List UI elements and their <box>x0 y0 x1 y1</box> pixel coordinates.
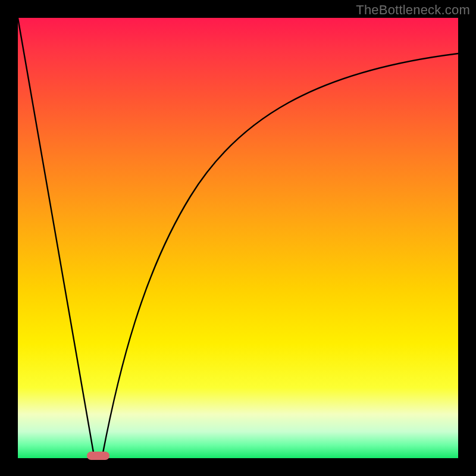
bottleneck-curve <box>18 18 458 458</box>
optimal-marker <box>87 452 109 460</box>
curve-left-branch <box>18 18 94 456</box>
curve-right-branch <box>102 54 458 456</box>
chart-frame: TheBottleneck.com <box>0 0 476 476</box>
watermark-text: TheBottleneck.com <box>356 2 470 18</box>
plot-area <box>18 18 458 458</box>
